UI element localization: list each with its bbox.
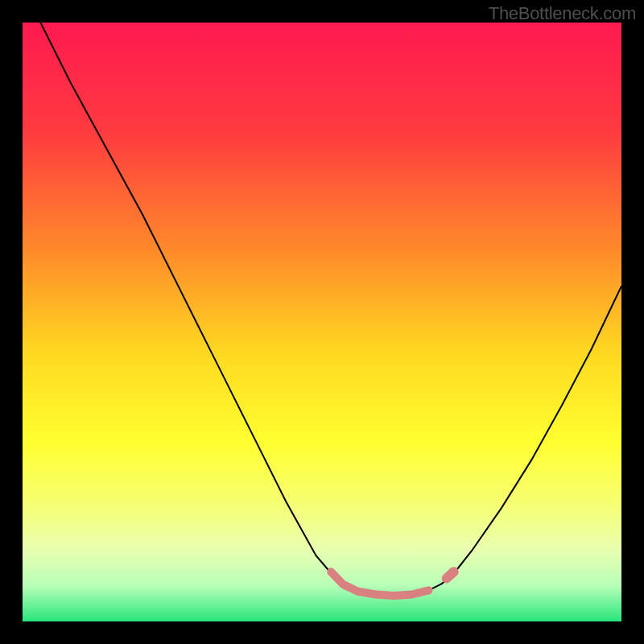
chart-svg xyxy=(23,23,621,621)
attribution-text: TheBottleneck.com xyxy=(489,3,636,24)
series-highlight-dot xyxy=(447,572,454,578)
plot-area xyxy=(23,23,621,621)
gradient-bg xyxy=(23,23,621,621)
chart-frame: TheBottleneck.com xyxy=(0,0,644,644)
